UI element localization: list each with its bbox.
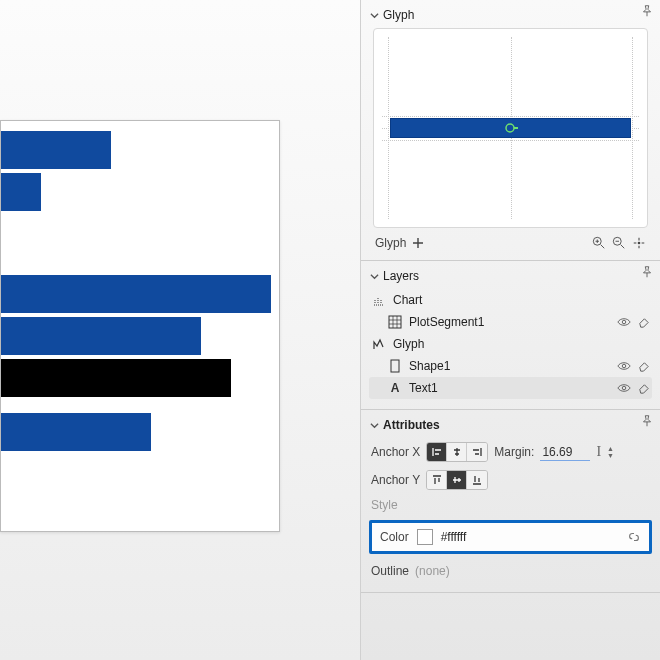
glyph-editor[interactable] [373,28,648,228]
svg-rect-7 [391,360,399,372]
color-swatch[interactable] [417,529,433,545]
margin-stepper[interactable]: ▲▼ [607,446,615,459]
layer-text1[interactable]: A Text1 [369,377,652,399]
glyph-icon [371,336,387,352]
svg-point-9 [622,386,626,390]
plotsegment-icon [387,314,403,330]
zoom-out-icon[interactable] [612,236,626,250]
bar-5-highlight [1,359,231,397]
outline-value: (none) [415,564,450,578]
attributes-panel: Attributes Anchor X Margin: I ▲▼ Anchor … [361,410,660,593]
erase-icon[interactable] [637,316,650,329]
anchor-x-label: Anchor X [371,445,420,459]
svg-point-0 [506,124,514,132]
chevron-down-icon[interactable] [369,421,379,430]
text-icon: A [387,380,403,396]
layer-label: Chart [393,293,422,307]
shape-icon [387,358,403,374]
anchor-x-toggle[interactable] [426,442,488,462]
bar-4 [1,317,201,355]
align-center-icon[interactable] [447,443,467,461]
bar-1 [1,131,111,169]
layer-chart[interactable]: Chart [369,289,652,311]
layer-label: PlotSegment1 [409,315,484,329]
color-label: Color [380,530,409,544]
visibility-icon[interactable] [617,382,631,395]
pin-icon[interactable] [640,414,654,428]
svg-rect-5 [389,316,401,328]
chevron-down-icon[interactable] [369,11,379,20]
glyph-footer-label: Glyph [375,236,406,250]
layer-shape1[interactable]: Shape1 [369,355,652,377]
pin-icon[interactable] [640,265,654,279]
layer-plotsegment1[interactable]: PlotSegment1 [369,311,652,333]
anchor-icon[interactable] [503,120,519,136]
side-panel: Glyph Glyph [360,0,660,660]
align-top-icon[interactable] [427,471,447,489]
align-right-icon[interactable] [467,443,487,461]
erase-icon[interactable] [637,382,650,395]
bind-data-icon[interactable] [627,530,641,544]
layer-label: Shape1 [409,359,450,373]
margin-input[interactable] [540,444,590,461]
text-cursor-icon: I [596,444,601,460]
visibility-icon[interactable] [617,316,631,329]
anchor-y-label: Anchor Y [371,473,420,487]
align-left-icon[interactable] [427,443,447,461]
align-bottom-icon[interactable] [467,471,487,489]
chart-icon [371,292,387,308]
anchor-y-row: Anchor Y [369,466,652,494]
glyph-panel-title: Glyph [383,8,414,22]
layer-label: Text1 [409,381,438,395]
layer-glyph[interactable]: Glyph [369,333,652,355]
style-heading: Style [371,498,398,512]
svg-point-8 [622,364,626,368]
canvas[interactable] [0,0,360,660]
layers-panel-title: Layers [383,269,419,283]
svg-rect-1 [514,127,518,129]
outline-label: Outline [371,564,409,578]
bar-3 [1,275,271,313]
color-value: #ffffff [441,530,467,544]
anchor-x-row: Anchor X Margin: I ▲▼ [369,438,652,466]
anchor-y-toggle[interactable] [426,470,488,490]
attributes-panel-title: Attributes [383,418,440,432]
svg-point-6 [622,320,626,324]
outline-row[interactable]: Outline (none) [369,560,652,582]
layer-label: Glyph [393,337,424,351]
bar-6 [1,413,151,451]
align-middle-icon[interactable] [447,471,467,489]
add-glyph-button[interactable] [412,237,424,249]
visibility-icon[interactable] [617,360,631,373]
bar-2 [1,173,41,211]
chevron-down-icon[interactable] [369,272,379,281]
svg-point-4 [638,242,641,245]
color-attribute-row[interactable]: Color #ffffff [369,520,652,554]
fit-icon[interactable] [632,236,646,250]
pin-icon[interactable] [640,4,654,18]
glyph-panel: Glyph Glyph [361,0,660,261]
erase-icon[interactable] [637,360,650,373]
margin-label: Margin: [494,445,534,459]
chart-preview [0,120,280,532]
zoom-in-icon[interactable] [592,236,606,250]
layers-panel: Layers Chart PlotSegment1 Glyph [361,261,660,410]
